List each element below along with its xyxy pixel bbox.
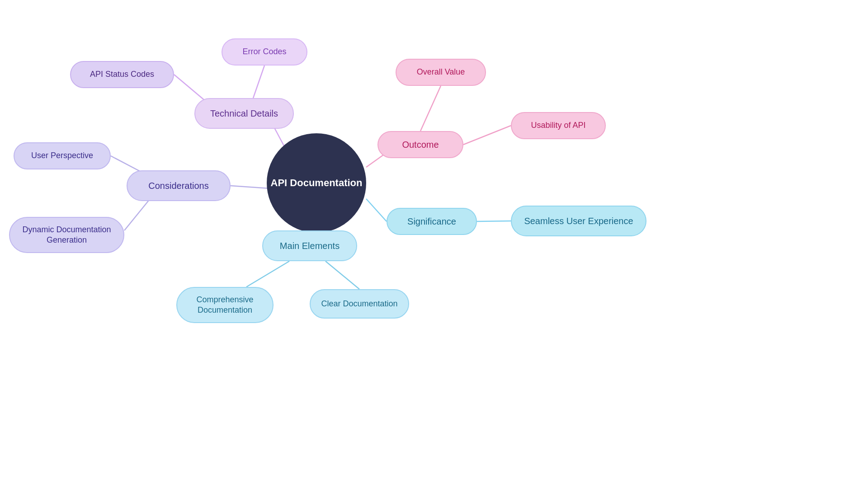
node-overall-value[interactable]: Overall Value (396, 59, 486, 86)
node-error-codes[interactable]: Error Codes (222, 38, 307, 66)
node-comprehensive-documentation[interactable]: Comprehensive Documentation (176, 287, 274, 323)
node-technical-details[interactable]: Technical Details (194, 98, 294, 129)
svg-line-13 (326, 261, 359, 289)
node-seamless-user-experience[interactable]: Seamless User Experience (511, 206, 646, 236)
svg-line-8 (463, 126, 511, 145)
svg-line-9 (366, 199, 387, 221)
node-dynamic-doc-generation[interactable]: Dynamic Documentation Generation (9, 217, 124, 253)
svg-line-12 (246, 261, 289, 287)
node-outcome[interactable]: Outcome (377, 131, 463, 158)
svg-line-1 (253, 66, 264, 98)
svg-line-7 (420, 86, 441, 131)
node-usability-api[interactable]: Usability of API (511, 112, 606, 139)
center-node-api-documentation: API Documentation (267, 133, 366, 233)
node-api-status-codes[interactable]: API Status Codes (70, 61, 174, 88)
node-user-perspective[interactable]: User Perspective (14, 142, 111, 169)
node-main-elements[interactable]: Main Elements (262, 230, 357, 261)
node-clear-documentation[interactable]: Clear Documentation (310, 289, 409, 319)
node-significance[interactable]: Significance (387, 208, 477, 235)
svg-line-10 (477, 221, 511, 221)
node-considerations[interactable]: Considerations (127, 170, 231, 201)
